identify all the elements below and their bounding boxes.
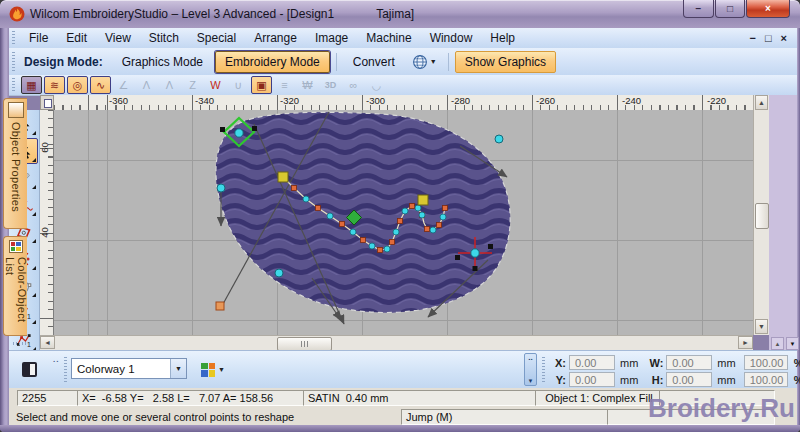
toolbar-grip[interactable] (542, 357, 545, 383)
scale-h-percent: % (794, 374, 800, 386)
vertical-ruler: 60 40 (40, 110, 54, 335)
graphics-mode-button[interactable]: Graphics Mode (112, 51, 213, 73)
direction-node-1 (278, 172, 288, 182)
zigzag-fill-icon[interactable]: ∿ (90, 76, 111, 94)
menu-image[interactable]: Image (306, 29, 357, 47)
toolbar-grip[interactable] (12, 31, 15, 45)
embroidery-mode-button[interactable]: Embroidery Mode (215, 51, 330, 73)
maximize-button[interactable]: □ (715, 0, 745, 18)
watermark: Broidery.Ru (648, 393, 795, 424)
colorway-dropdown-icon[interactable]: ▼ (170, 359, 186, 378)
colorway-toolbar: .. Colorway 1 ▼ ▼ .. ▼ X: 0.00 mm W: 0.0… (9, 350, 797, 389)
tatami-fill-icon[interactable]: ≋ (44, 76, 65, 94)
texture-stitch-icon[interactable]: ₩ (297, 76, 318, 94)
film-icon (22, 362, 37, 377)
menu-special[interactable]: Special (188, 29, 245, 47)
pointer-coordinates: X= -6.58 Y= 2.58 L= 7.07 A= 158.56 (77, 390, 307, 406)
separator (448, 53, 449, 71)
design-view-button[interactable] (15, 355, 43, 383)
horizontal-ruler: -360 -340 -320 -300 -280 -260 -240 -220 (54, 95, 753, 111)
trim-icon[interactable]: ◡ (366, 76, 387, 94)
w-label: W: (646, 357, 663, 369)
parallel-fill-icon[interactable]: ▦ (21, 76, 42, 94)
palette-dropdown-icon[interactable]: ▼ (218, 366, 225, 373)
pattern-stamp-icon[interactable]: ▣ (251, 76, 272, 94)
line-spacing-icon[interactable]: ≡ (274, 76, 295, 94)
object-properties-icon (8, 102, 24, 118)
toolbar-grip[interactable] (12, 52, 15, 71)
design-canvas[interactable] (54, 110, 753, 335)
minimize-button[interactable]: − (683, 0, 714, 18)
thread-colors-button[interactable]: ▼ (197, 358, 243, 381)
toolbar-grip[interactable] (64, 357, 67, 383)
window-title: Wilcom EmbroideryStudio – Level 3 Advanc… (30, 7, 414, 21)
close-button[interactable]: × (746, 0, 790, 18)
stitch-type-info: SATIN 0.40 mm (303, 390, 539, 406)
tab-color-object-list[interactable]: Color-Object List (3, 236, 27, 336)
h-field: 0.00 (666, 372, 712, 387)
mdi-restore-button[interactable]: □ (765, 32, 772, 44)
stitch-count: 2255 (17, 390, 81, 406)
scale-h-field: 100.00 (744, 372, 788, 387)
svg-text:1: 1 (27, 313, 31, 320)
fusion-fill-b-icon[interactable]: Λ (159, 76, 180, 94)
scroll-down-icon[interactable]: ▼ (755, 319, 768, 334)
direction-node-2 (418, 195, 428, 205)
title-bar[interactable]: Wilcom EmbroideryStudio – Level 3 Advanc… (0, 0, 800, 29)
globe-dropdown-arrow-icon[interactable]: ▼ (430, 58, 437, 65)
toolbar-overflow-dots[interactable]: .. (53, 355, 59, 364)
horizontal-scrollbar[interactable]: ◄ ► (40, 335, 753, 350)
skew-stitch-icon[interactable]: Z (182, 76, 203, 94)
h-unit: mm (717, 374, 735, 386)
app-logo-flame-icon (9, 6, 25, 22)
globe-icon (412, 54, 428, 70)
globe-hoop-button[interactable]: ▼ (406, 51, 443, 73)
w-unit: mm (717, 357, 735, 369)
toolbar-grip[interactable] (12, 78, 15, 92)
scroll-right-icon[interactable]: ► (738, 336, 753, 349)
convert-button[interactable]: Convert (343, 51, 405, 73)
horizontal-scroll-thumb[interactable] (277, 337, 332, 351)
separator (336, 53, 337, 71)
scroll-up-icon[interactable]: ▲ (755, 95, 768, 110)
scale-w-percent: % (794, 357, 800, 369)
toolbar-overflow-button[interactable]: .. ▼ (524, 353, 537, 386)
fusion-fill-a-icon[interactable]: Λ (136, 76, 157, 94)
menu-machine[interactable]: Machine (357, 29, 420, 47)
design-mode-toolbar: Design Mode: Graphics Mode Embroidery Mo… (9, 48, 797, 76)
menu-view[interactable]: View (96, 29, 140, 47)
mdi-close-button[interactable]: × (781, 32, 787, 44)
motif-fill-icon[interactable]: ◎ (67, 76, 88, 94)
menu-stitch[interactable]: Stitch (140, 29, 188, 47)
application-window: Wilcom EmbroideryStudio – Level 3 Advanc… (0, 0, 800, 432)
menu-help[interactable]: Help (481, 29, 524, 47)
ruler-origin-button[interactable] (40, 95, 54, 110)
contour-stitch-icon[interactable]: ∠ (113, 76, 134, 94)
hint-message: Select and move one or several control p… (11, 409, 405, 425)
dock-scroll-down-icon[interactable]: ▼ (786, 337, 799, 350)
menu-window[interactable]: Window (421, 29, 482, 47)
stitch-texture (204, 110, 534, 325)
menu-bar: File Edit View Stitch Special Arrange Im… (9, 28, 797, 49)
x-field: 0.00 (569, 355, 615, 370)
w-field: 0.00 (666, 355, 712, 370)
colorway-select[interactable]: Colorway 1 ▼ (71, 358, 187, 379)
tab-object-properties[interactable]: Object Properties (3, 98, 27, 229)
menu-file[interactable]: File (20, 29, 57, 47)
machine-function: Jump (M) (401, 409, 611, 425)
glasses-icon[interactable]: ∞ (343, 76, 364, 94)
menu-arrange[interactable]: Arrange (245, 29, 306, 47)
loop-stitch-icon[interactable]: ∪ (228, 76, 249, 94)
stitch-toolbar: ▦ ≋ ◎ ∿ ∠ Λ Λ Z W ∪ ▣ ≡ ₩ 3D ∞ ◡ (9, 75, 797, 96)
dock-scroll-up-icon[interactable]: ▲ (771, 337, 784, 350)
vertical-scroll-thumb[interactable] (755, 203, 769, 229)
vertical-scrollbar[interactable]: ▲ ▼ (753, 95, 769, 335)
effect-3d-icon[interactable]: 3D (320, 76, 341, 94)
show-graphics-button[interactable]: Show Graphics (455, 51, 556, 73)
scroll-left-icon[interactable]: ◄ (40, 336, 55, 349)
toolbox-overflow-grip[interactable] (9, 338, 39, 348)
mdi-minimize-button[interactable]: − (749, 32, 755, 44)
string-stitch-icon[interactable]: W (205, 76, 226, 94)
x-unit: mm (620, 357, 638, 369)
menu-edit[interactable]: Edit (57, 29, 96, 47)
